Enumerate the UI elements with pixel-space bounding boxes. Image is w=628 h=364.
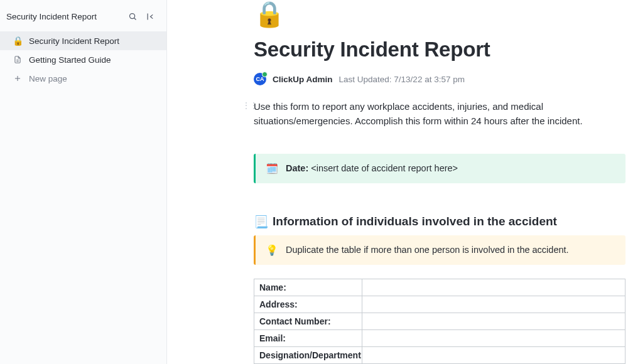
document-hero-icon[interactable]: 🔒	[254, 1, 625, 26]
sidebar-item-label: Getting Started Guide	[29, 55, 111, 65]
individuals-table[interactable]: Name: Address: Contact Number: Email:	[254, 279, 625, 364]
table-value[interactable]	[362, 329, 625, 346]
table-row: Designation/Department	[254, 346, 625, 363]
search-icon[interactable]	[127, 11, 138, 21]
sidebar-item-getting-started-guide[interactable]: Getting Started Guide	[0, 50, 166, 69]
sidebar-items: 🔒 Security Incident Report Getting Start…	[0, 31, 166, 88]
document: 🔒 Security Incident Report CA ClickUp Ad…	[254, 0, 625, 364]
table-value[interactable]	[362, 346, 625, 363]
table-row: Contact Number:	[254, 313, 625, 329]
table-value[interactable]	[362, 313, 625, 329]
section-heading-individuals[interactable]: 📃Information of individuals involved in …	[254, 215, 625, 229]
sidebar-item-label: New page	[29, 74, 67, 83]
sidebar-header-icons	[127, 11, 155, 21]
table-key[interactable]: Address:	[254, 296, 362, 313]
section-heading-text: Information of individuals involved in t…	[273, 215, 557, 228]
plus-icon	[13, 73, 23, 83]
table-value[interactable]	[362, 296, 625, 313]
app-root: Security Incident Report 🔒 Security Inci…	[0, 0, 628, 364]
svg-point-0	[129, 13, 134, 18]
document-icon: 📃	[254, 215, 269, 229]
hint-callout[interactable]: 💡 Duplicate the table if more than one p…	[254, 235, 625, 265]
table-row: Name:	[254, 279, 625, 296]
date-label: Date:	[286, 163, 308, 173]
table-key[interactable]: Contact Number:	[254, 313, 362, 329]
last-updated-value: 7/13/22 at 3:57 pm	[394, 75, 465, 84]
svg-line-1	[134, 18, 136, 19]
date-placeholder[interactable]: <insert date of accident report here>	[311, 163, 458, 173]
sidebar-header: Security Incident Report	[0, 6, 166, 28]
description-text[interactable]: Use this form to report any workplace ac…	[254, 99, 625, 129]
document-title[interactable]: Security Incident Report	[254, 38, 625, 62]
main: 🔒 Security Incident Report CA ClickUp Ad…	[167, 0, 628, 364]
hint-text: Duplicate the table if more than one per…	[286, 245, 569, 255]
table-key[interactable]: Name:	[254, 279, 362, 296]
date-callout[interactable]: 🗓️ Date: <insert date of accident report…	[254, 154, 625, 183]
collapse-sidebar-icon[interactable]	[145, 11, 155, 21]
table-row: Email:	[254, 329, 625, 346]
lightbulb-icon: 💡	[266, 244, 278, 256]
table-key[interactable]: Email:	[254, 329, 362, 346]
page-icon	[13, 55, 23, 65]
drag-handle-icon[interactable]: ⋮⋮	[242, 101, 257, 110]
calendar-icon: 🗓️	[266, 163, 278, 174]
table-row: Address:	[254, 296, 625, 313]
author-avatar[interactable]: CA	[254, 73, 266, 85]
document-meta: CA ClickUp Admin Last Updated: 7/13/22 a…	[254, 73, 625, 85]
table-key[interactable]: Designation/Department	[254, 346, 362, 363]
description-block[interactable]: ⋮⋮ Use this form to report any workplace…	[254, 99, 625, 129]
sidebar-item-label: Security Incident Report	[29, 36, 119, 46]
date-callout-text: Date: <insert date of accident report he…	[286, 163, 458, 173]
last-updated-label: Last Updated:	[339, 75, 392, 84]
author-name: ClickUp Admin	[273, 75, 333, 84]
sidebar-title: Security Incident Report	[6, 12, 97, 21]
table-value[interactable]	[362, 279, 625, 296]
last-updated: Last Updated: 7/13/22 at 3:57 pm	[339, 75, 465, 84]
sidebar: Security Incident Report 🔒 Security Inci…	[0, 0, 167, 364]
sidebar-item-new-page[interactable]: New page	[0, 69, 166, 88]
sidebar-item-security-incident-report[interactable]: 🔒 Security Incident Report	[0, 31, 166, 50]
lock-icon: 🔒	[13, 36, 23, 46]
